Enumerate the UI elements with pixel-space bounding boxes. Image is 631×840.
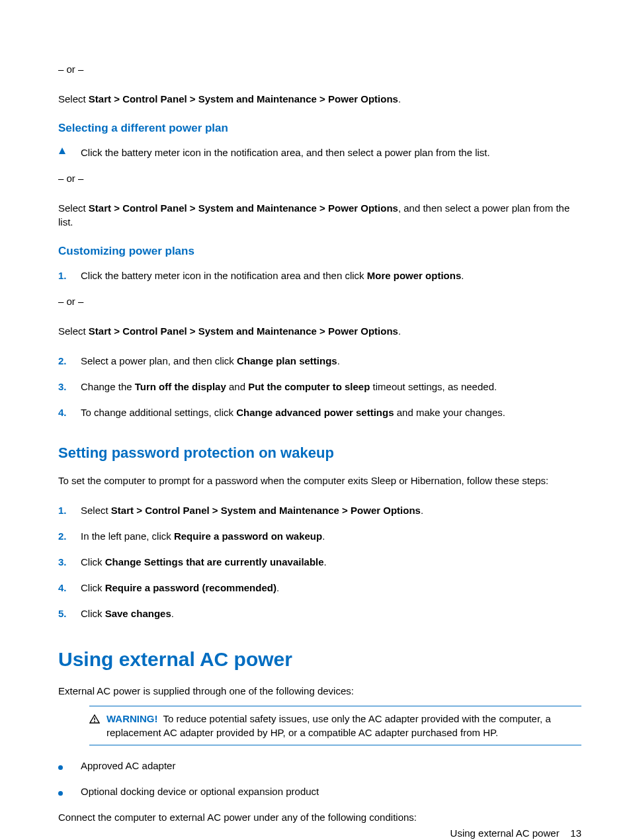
- numbered-step: 3. Click Change Settings that are curren…: [58, 555, 581, 569]
- step-number: 3.: [58, 380, 81, 394]
- bullet-item: Optional docking device or optional expa…: [58, 784, 581, 798]
- numbered-step: 2. In the left pane, click Require a pas…: [58, 529, 581, 543]
- numbered-step: 5. Click Save changes.: [58, 607, 581, 620]
- instruction-text: Select Start > Control Panel > System an…: [58, 92, 581, 106]
- step-text: Select Start > Control Panel > System an…: [81, 503, 581, 517]
- heading-password-protection: Setting password protection on wakeup: [58, 444, 581, 462]
- warning-text: WARNING! To reduce potential safety issu…: [106, 712, 581, 739]
- step-number: 4.: [58, 581, 81, 595]
- step-text: Click Save changes.: [81, 607, 581, 620]
- step-number: 4.: [58, 405, 81, 419]
- action-step: Click the battery meter icon in the noti…: [58, 146, 581, 159]
- svg-point-2: [94, 721, 95, 722]
- bullet-item: Approved AC adapter: [58, 759, 581, 773]
- body-text: Connect the computer to external AC powe…: [58, 810, 581, 824]
- step-number: 1.: [58, 503, 81, 517]
- page-footer: Using external AC power 13: [450, 827, 581, 839]
- svg-marker-0: [59, 147, 65, 154]
- bullet-text: Approved AC adapter: [81, 759, 581, 773]
- numbered-step: 4. Click Require a password (recommended…: [58, 581, 581, 595]
- bullet-icon: [58, 759, 81, 773]
- document-page: – or – Select Start > Control Panel > Sy…: [0, 0, 631, 840]
- heading-customizing-plans: Customizing power plans: [58, 245, 581, 258]
- intro-text: External AC power is supplied through on…: [58, 684, 581, 698]
- numbered-step: 2. Select a power plan, and then click C…: [58, 354, 581, 368]
- warning-icon: [89, 712, 100, 739]
- step-text: Click Change Settings that are currently…: [81, 555, 581, 569]
- or-separator: – or –: [58, 294, 581, 308]
- triangle-bullet-icon: [58, 146, 81, 159]
- numbered-step: 4. To change additional settings, click …: [58, 405, 581, 419]
- step-number: 2.: [58, 529, 81, 543]
- step-text: In the left pane, click Require a passwo…: [81, 529, 581, 543]
- instruction-text: Select Start > Control Panel > System an…: [58, 201, 581, 229]
- numbered-step: 1. Select Start > Control Panel > System…: [58, 503, 581, 517]
- step-text: Click the battery meter icon in the noti…: [81, 269, 581, 282]
- step-number: 5.: [58, 607, 81, 620]
- or-separator: – or –: [58, 171, 581, 185]
- step-text: Click the battery meter icon in the noti…: [81, 146, 581, 159]
- step-number: 3.: [58, 555, 81, 569]
- heading-selecting-plan: Selecting a different power plan: [58, 122, 581, 135]
- warning-box: WARNING! To reduce potential safety issu…: [89, 706, 581, 745]
- numbered-step: 3. Change the Turn off the display and P…: [58, 380, 581, 394]
- numbered-step: 1. Click the battery meter icon in the n…: [58, 269, 581, 282]
- step-text: To change additional settings, click Cha…: [81, 405, 581, 419]
- step-text: Change the Turn off the display and Put …: [81, 380, 581, 394]
- intro-text: To set the computer to prompt for a pass…: [58, 474, 581, 487]
- page-number: 13: [570, 827, 581, 839]
- step-number: 1.: [58, 269, 81, 282]
- instruction-text: Select Start > Control Panel > System an…: [58, 324, 581, 338]
- bullet-icon: [58, 784, 81, 798]
- footer-label: Using external AC power: [450, 827, 560, 839]
- bullet-text: Optional docking device or optional expa…: [81, 784, 581, 798]
- step-number: 2.: [58, 354, 81, 368]
- step-text: Click Require a password (recommended).: [81, 581, 581, 595]
- or-separator: – or –: [58, 62, 581, 76]
- heading-using-external-ac-power: Using external AC power: [58, 648, 581, 671]
- step-text: Select a power plan, and then click Chan…: [81, 354, 581, 368]
